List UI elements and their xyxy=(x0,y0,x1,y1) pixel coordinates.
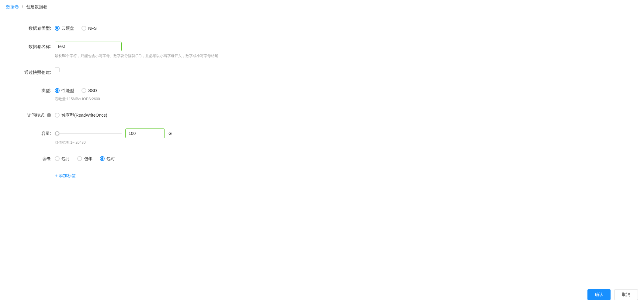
access-mode-radio-group: 独享型(ReadWriteOnce) xyxy=(55,110,626,120)
access-mode-label-text: 访问模式 xyxy=(27,110,44,120)
breadcrumb: 数据卷 / 创建数据卷 xyxy=(0,0,644,14)
radio-ssd[interactable]: SSD xyxy=(81,86,97,95)
radio-cloud-circle[interactable] xyxy=(55,26,60,31)
capacity-row: 容量: G 取值范围:1~ 20480 xyxy=(18,129,626,145)
volume-type-label: 数据卷类型: xyxy=(18,23,55,33)
disk-type-row: 类型: 性能型 SSD 吞吐量:115MB/s IOPS:2600 xyxy=(18,86,626,102)
access-mode-row: 访问模式 i 独享型(ReadWriteOnce) xyxy=(18,110,626,120)
snapshot-label: 通过快照创建: xyxy=(18,67,55,77)
page-wrapper: 数据卷 / 创建数据卷 数据卷类型: 云硬盘 NFS xyxy=(0,0,644,305)
package-radio-group: 包月 包年 包时 xyxy=(55,154,626,163)
package-label: 套餐 xyxy=(18,154,55,163)
capacity-unit: G xyxy=(168,131,172,136)
radio-monthly[interactable]: 包月 xyxy=(55,154,70,163)
radio-nfs-label: NFS xyxy=(88,23,97,33)
package-content: 包月 包年 包时 xyxy=(55,154,626,163)
volume-type-content: 云硬盘 NFS xyxy=(55,23,626,33)
disk-type-hint: 吞吐量:115MB/s IOPS:2600 xyxy=(55,97,626,102)
radio-cloud[interactable]: 云硬盘 xyxy=(55,23,74,33)
volume-name-content: 最长50个字符，只能包含小写字母、数字及分隔符("-")，且必须以小写字母开头，… xyxy=(55,42,626,59)
disk-type-content: 性能型 SSD 吞吐量:115MB/s IOPS:2600 xyxy=(55,86,626,102)
package-row: 套餐 包月 包年 包时 xyxy=(18,154,626,163)
radio-yearly[interactable]: 包年 xyxy=(77,154,92,163)
snapshot-checkbox[interactable] xyxy=(55,67,60,72)
radio-hourly-circle[interactable] xyxy=(100,156,105,161)
add-tag-label: 添加标签 xyxy=(59,173,76,179)
radio-nfs-circle[interactable] xyxy=(81,26,86,31)
radio-cloud-label: 云硬盘 xyxy=(61,23,74,33)
snapshot-row: 通过快照创建: xyxy=(18,67,626,77)
radio-monthly-circle[interactable] xyxy=(55,156,60,161)
volume-type-row: 数据卷类型: 云硬盘 NFS xyxy=(18,23,626,33)
radio-rwo-circle[interactable] xyxy=(55,113,60,118)
disk-type-label: 类型: xyxy=(18,86,55,95)
access-mode-content: 独享型(ReadWriteOnce) xyxy=(55,110,626,120)
radio-rwo-label: 独享型(ReadWriteOnce) xyxy=(61,110,107,120)
confirm-button[interactable]: 确认 xyxy=(587,289,611,300)
volume-name-label: 数据卷名称: xyxy=(18,42,55,51)
radio-performance-label: 性能型 xyxy=(61,86,74,95)
volume-name-input[interactable] xyxy=(55,42,122,51)
volume-type-radio-group: 云硬盘 NFS xyxy=(55,23,626,33)
volume-name-row: 数据卷名称: 最长50个字符，只能包含小写字母、数字及分隔符("-")，且必须以… xyxy=(18,42,626,59)
radio-ssd-label: SSD xyxy=(88,86,97,95)
volume-name-hint: 最长50个字符，只能包含小写字母、数字及分隔符("-")，且必须以小写字母开头，… xyxy=(55,53,626,59)
breadcrumb-current: 创建数据卷 xyxy=(26,4,47,9)
form-container: 数据卷类型: 云硬盘 NFS 数据卷名称: 最长50个字 xyxy=(0,14,644,284)
snapshot-content xyxy=(55,67,626,72)
access-mode-info-icon[interactable]: i xyxy=(47,113,51,117)
snapshot-checkbox-item xyxy=(55,67,626,72)
radio-nfs[interactable]: NFS xyxy=(81,23,97,33)
breadcrumb-separator: / xyxy=(22,4,23,9)
radio-hourly[interactable]: 包时 xyxy=(100,154,115,163)
breadcrumb-link[interactable]: 数据卷 xyxy=(6,4,19,9)
capacity-slider-row: G xyxy=(55,129,626,138)
radio-performance-circle[interactable] xyxy=(55,88,60,93)
add-tag-icon: + xyxy=(55,173,57,179)
add-tag-content: + 添加标签 xyxy=(55,172,626,180)
access-mode-label: 访问模式 i xyxy=(18,110,55,120)
radio-ssd-circle[interactable] xyxy=(81,88,86,93)
radio-performance[interactable]: 性能型 xyxy=(55,86,74,95)
capacity-range-hint: 取值范围:1~ 20480 xyxy=(55,140,626,145)
add-tag-button[interactable]: + 添加标签 xyxy=(55,172,626,180)
capacity-content: G 取值范围:1~ 20480 xyxy=(55,129,626,145)
radio-monthly-label: 包月 xyxy=(61,154,70,163)
radio-hourly-label: 包时 xyxy=(106,154,115,163)
radio-yearly-label: 包年 xyxy=(84,154,92,163)
add-tag-row: + 添加标签 xyxy=(18,172,626,180)
radio-yearly-circle[interactable] xyxy=(77,156,82,161)
capacity-slider[interactable] xyxy=(55,133,122,134)
footer: 确认 取消 xyxy=(0,284,644,305)
disk-type-radio-group: 性能型 SSD xyxy=(55,86,626,95)
cancel-button[interactable]: 取消 xyxy=(614,289,638,300)
capacity-input[interactable] xyxy=(125,129,165,138)
radio-rwo[interactable]: 独享型(ReadWriteOnce) xyxy=(55,110,107,120)
capacity-label: 容量: xyxy=(18,129,55,138)
